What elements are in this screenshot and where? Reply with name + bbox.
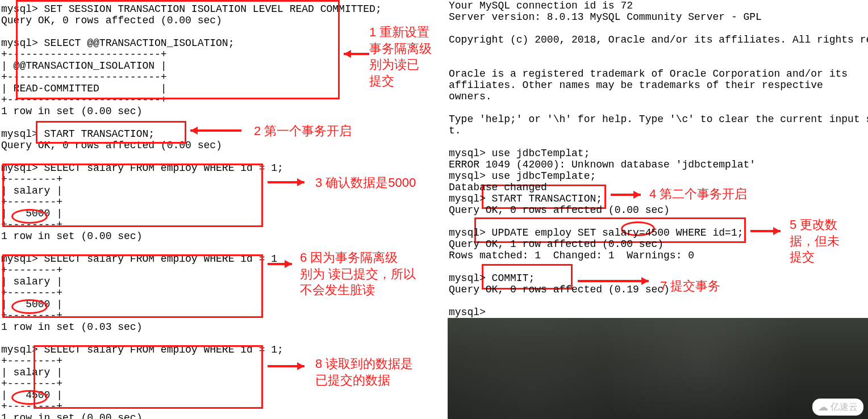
cloud-icon: ☁ <box>818 401 828 413</box>
annotation-text-2: 2 第一个事务开启 <box>254 123 352 140</box>
annotation-text-8: 8 读取到的数据是 已提交的数据 <box>315 356 413 388</box>
terminal-left[interactable]: mysql> SET SESSION TRANSACTION ISOLATION… <box>0 0 448 419</box>
desktop-wallpaper <box>448 318 868 419</box>
annotation-text-1: 1 重新设置 事务隔离级 别为读已 提交 <box>369 24 432 89</box>
annotation-text-3: 3 确认数据是5000 <box>315 175 416 191</box>
watermark-label: 亿速云 <box>831 401 858 413</box>
annotation-text-6: 6 因为事务隔离级 别为 读已提交，所以 不会发生脏读 <box>300 250 416 299</box>
terminal-right-output: Your MySQL connection id is 72 Server ve… <box>449 0 868 318</box>
terminal-right[interactable]: Your MySQL connection id is 72 Server ve… <box>448 0 868 419</box>
watermark: ☁ 亿速云 <box>812 399 863 416</box>
